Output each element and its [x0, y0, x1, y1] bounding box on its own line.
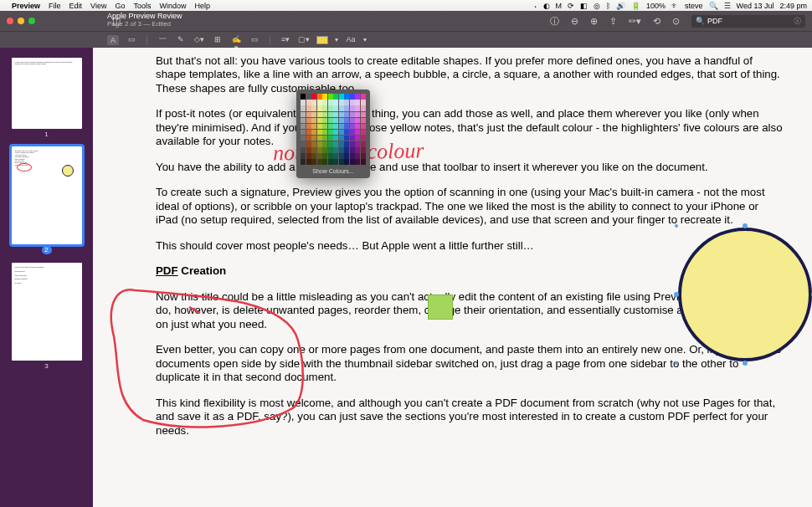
stroke-tool[interactable]: ≡▾ [280, 35, 291, 45]
search-field[interactable]: 🔍 ⓧ [691, 15, 805, 28]
color-swatch[interactable] [355, 118, 360, 124]
color-swatch[interactable] [306, 141, 311, 147]
color-swatch[interactable] [344, 124, 349, 130]
battery-icon[interactable]: 🔋 [631, 2, 640, 10]
color-swatch[interactable] [311, 94, 316, 100]
page-thumbnail-3[interactable]: Lorem ipsum dolor sit amet consecteturad… [12, 263, 82, 361]
color-swatch[interactable] [311, 141, 316, 147]
app-menu[interactable]: Preview [12, 2, 40, 10]
color-swatch[interactable] [344, 147, 349, 153]
color-swatch[interactable] [317, 124, 322, 130]
color-swatch[interactable] [322, 94, 327, 100]
yellow-circle-shape[interactable] [670, 219, 812, 370]
color-swatch[interactable] [355, 124, 360, 130]
text-selection-tool[interactable]: A [107, 35, 119, 45]
color-swatch[interactable] [350, 100, 355, 105]
menu-view[interactable]: View [90, 2, 106, 10]
color-swatch[interactable] [333, 118, 338, 124]
color-swatch[interactable] [311, 130, 316, 136]
color-swatch[interactable] [328, 153, 333, 159]
rotate-icon[interactable]: ⟲ [653, 16, 660, 27]
color-swatch[interactable] [361, 94, 366, 100]
color-swatch[interactable] [355, 94, 360, 100]
color-swatch[interactable] [328, 159, 333, 165]
color-swatch[interactable] [311, 159, 316, 165]
color-swatch[interactable] [328, 118, 333, 124]
color-swatch[interactable] [361, 112, 366, 118]
color-swatch[interactable] [301, 147, 306, 153]
color-swatch[interactable] [317, 136, 322, 141]
rect-select-tool[interactable]: ▭ [126, 35, 137, 45]
user-name[interactable]: steve [685, 2, 703, 10]
color-swatch[interactable] [328, 136, 333, 141]
color-swatch[interactable] [328, 124, 333, 130]
color-swatch[interactable] [339, 112, 344, 118]
color-swatch[interactable] [344, 112, 349, 118]
color-swatch[interactable] [301, 118, 306, 124]
date[interactable]: Wed 13 Jul [737, 2, 774, 10]
dropbox-icon[interactable]: ⬪ [533, 2, 537, 10]
menu-edit[interactable]: Edit [69, 2, 83, 10]
color-swatch[interactable] [344, 105, 349, 111]
share-icon[interactable]: ⇪ [609, 16, 617, 27]
bluetooth-icon[interactable]: ᛒ [606, 2, 610, 10]
color-swatch[interactable] [339, 105, 344, 111]
color-swatch[interactable] [350, 153, 355, 159]
color-swatch[interactable] [322, 147, 327, 153]
color-swatch[interactable] [339, 153, 344, 159]
color-swatch[interactable] [306, 130, 311, 136]
color-swatch[interactable] [344, 130, 349, 136]
display-icon[interactable]: ◧ [580, 2, 588, 10]
color-swatch[interactable] [311, 136, 316, 141]
color-swatch[interactable] [328, 147, 333, 153]
clear-search-icon[interactable]: ⓧ [794, 16, 801, 27]
color-swatch[interactable] [317, 105, 322, 111]
color-swatch[interactable] [311, 100, 316, 105]
color-swatch[interactable] [361, 130, 366, 136]
page-thumbnail-2[interactable]: But that's not all you have toolsIf post… [12, 146, 82, 244]
color-swatch[interactable] [355, 105, 360, 111]
search-input[interactable] [707, 17, 791, 25]
color-swatch[interactable] [333, 141, 338, 147]
color-swatch[interactable] [311, 147, 316, 153]
color-swatch[interactable] [306, 153, 311, 159]
color-swatch[interactable] [350, 141, 355, 147]
color-swatch[interactable] [344, 141, 349, 147]
color-swatch[interactable] [344, 136, 349, 141]
color-swatch[interactable] [306, 147, 311, 153]
document-canvas[interactable]: But that's not all: you have various too… [93, 48, 812, 507]
color-swatch[interactable] [339, 124, 344, 130]
color-swatch[interactable] [344, 159, 349, 165]
thumbnail-sidebar[interactable]: Lorem ipsum dolor sit amet consectetur a… [0, 48, 93, 507]
color-swatch[interactable] [355, 112, 360, 118]
menu-tools[interactable]: Tools [133, 2, 151, 10]
volume-icon[interactable]: 🔊 [616, 2, 625, 10]
color-swatch[interactable] [333, 112, 338, 118]
color-swatch[interactable] [339, 147, 344, 153]
color-swatch[interactable] [333, 130, 338, 136]
color-swatch[interactable] [322, 136, 327, 141]
color-swatch[interactable] [361, 147, 366, 153]
color-swatch[interactable] [322, 124, 327, 130]
color-swatch[interactable] [350, 94, 355, 100]
font-tool[interactable]: Aa [345, 35, 357, 45]
color-swatch[interactable] [361, 159, 366, 165]
color-swatch[interactable] [350, 130, 355, 136]
shapes-tool[interactable]: ◇▾ [193, 35, 205, 45]
color-swatch[interactable] [301, 94, 306, 100]
mail-icon[interactable]: M [556, 2, 563, 10]
color-swatch[interactable] [306, 118, 311, 124]
color-swatch[interactable] [328, 100, 333, 105]
color-swatch[interactable] [306, 100, 311, 105]
color-swatch[interactable] [328, 94, 333, 100]
sync-icon[interactable]: ⟳ [568, 2, 574, 10]
color-swatch[interactable] [317, 94, 322, 100]
color-swatch[interactable] [311, 118, 316, 124]
color-swatch[interactable] [355, 130, 360, 136]
color-swatch[interactable] [317, 159, 322, 165]
color-swatch[interactable] [350, 124, 355, 130]
minimize-button[interactable] [18, 18, 24, 24]
sketch-tool[interactable]: 〰 [157, 35, 168, 45]
color-swatch[interactable] [311, 112, 316, 118]
color-swatch[interactable] [306, 112, 311, 118]
